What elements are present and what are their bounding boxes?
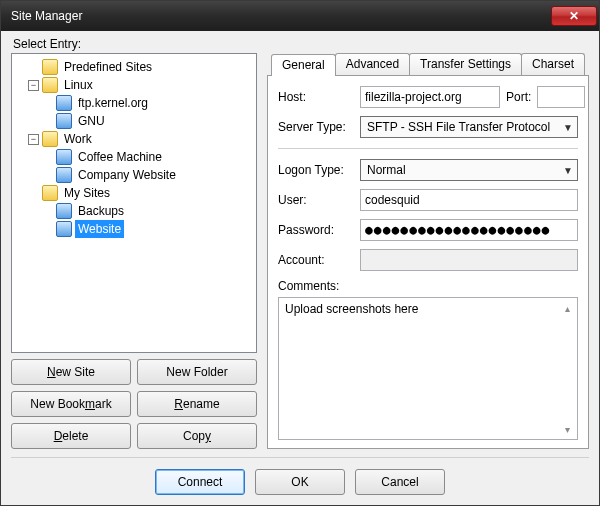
scroll-down-icon[interactable]: ▾: [559, 421, 575, 437]
left-column: Predefined Sites − Linux ftp.kernel.org …: [11, 53, 257, 449]
footer-buttons: Connect OK Cancel: [11, 457, 589, 497]
expander-placeholder: [42, 224, 53, 235]
tree-label: Linux: [61, 76, 96, 94]
account-input[interactable]: [360, 249, 578, 271]
password-label: Password:: [278, 223, 354, 237]
chevron-down-icon: ▼: [563, 165, 573, 176]
tree-site-kernel[interactable]: ftp.kernel.org: [14, 94, 256, 112]
cancel-button[interactable]: Cancel: [355, 469, 445, 495]
host-input[interactable]: [360, 86, 500, 108]
close-icon: ✕: [569, 9, 579, 23]
tabpanel-general: Host: Port: Server Type: SFTP - SSH File…: [267, 75, 589, 449]
account-label: Account:: [278, 253, 354, 267]
close-button[interactable]: ✕: [551, 6, 597, 26]
logon-type-value: Normal: [367, 163, 406, 177]
columns: Predefined Sites − Linux ftp.kernel.org …: [11, 53, 589, 449]
comments-textarea[interactable]: Upload screenshots here ▴ ▾: [278, 297, 578, 440]
tree-site-coffee[interactable]: Coffee Machine: [14, 148, 256, 166]
folder-icon: [42, 59, 58, 75]
tree-site-website[interactable]: Website: [14, 220, 256, 238]
titlebar[interactable]: Site Manager ✕: [1, 1, 599, 31]
tab-transfer-settings[interactable]: Transfer Settings: [409, 53, 522, 75]
tree-site-backups[interactable]: Backups: [14, 202, 256, 220]
port-input[interactable]: [537, 86, 585, 108]
ok-button[interactable]: OK: [255, 469, 345, 495]
folder-icon: [42, 185, 58, 201]
tree-label: GNU: [75, 112, 108, 130]
tree-label: Work: [61, 130, 95, 148]
tab-charset[interactable]: Charset: [521, 53, 585, 75]
tree-label: Predefined Sites: [61, 58, 155, 76]
row-comments: Comments: Upload screenshots here ▴ ▾: [278, 279, 578, 440]
expander-placeholder: [28, 62, 39, 73]
comments-value: Upload screenshots here: [285, 302, 418, 316]
tree-label: Backups: [75, 202, 127, 220]
rename-button[interactable]: Rename: [137, 391, 257, 417]
left-button-grid: New Site New Folder New Bookmark Rename …: [11, 359, 257, 449]
tree-folder-predefined[interactable]: Predefined Sites: [14, 58, 256, 76]
logon-type-select[interactable]: Normal ▼: [360, 159, 578, 181]
tree-site-gnu[interactable]: GNU: [14, 112, 256, 130]
tree-label-selected: Website: [75, 220, 124, 238]
server-type-value: SFTP - SSH File Transfer Protocol: [367, 120, 550, 134]
server-type-label: Server Type:: [278, 120, 354, 134]
tab-advanced[interactable]: Advanced: [335, 53, 410, 75]
site-manager-window: Site Manager ✕ Select Entry: Predefined …: [0, 0, 600, 506]
port-label: Port:: [506, 90, 531, 104]
chevron-down-icon: ▼: [563, 122, 573, 133]
site-tree[interactable]: Predefined Sites − Linux ftp.kernel.org …: [11, 53, 257, 353]
tree-folder-work[interactable]: − Work: [14, 130, 256, 148]
scroll-up-icon[interactable]: ▴: [559, 300, 575, 316]
tree-label: My Sites: [61, 184, 113, 202]
site-icon: [56, 149, 72, 165]
expander-placeholder: [42, 206, 53, 217]
row-account: Account:: [278, 249, 578, 271]
new-site-button[interactable]: New Site: [11, 359, 131, 385]
user-input[interactable]: [360, 189, 578, 211]
site-icon: [56, 95, 72, 111]
row-user: User:: [278, 189, 578, 211]
server-type-select[interactable]: SFTP - SSH File Transfer Protocol ▼: [360, 116, 578, 138]
copy-button[interactable]: Copy: [137, 423, 257, 449]
system-buttons: ✕: [551, 6, 597, 26]
dialog-body: Select Entry: Predefined Sites − Linux: [1, 31, 599, 505]
new-bookmark-button[interactable]: New Bookmark: [11, 391, 131, 417]
row-logon-type: Logon Type: Normal ▼: [278, 159, 578, 181]
row-server-type: Server Type: SFTP - SSH File Transfer Pr…: [278, 116, 578, 138]
tree-folder-linux[interactable]: − Linux: [14, 76, 256, 94]
site-icon: [56, 167, 72, 183]
collapse-icon[interactable]: −: [28, 134, 39, 145]
right-column: General Advanced Transfer Settings Chars…: [267, 53, 589, 449]
collapse-icon[interactable]: −: [28, 80, 39, 91]
site-icon: [56, 221, 72, 237]
host-label: Host:: [278, 90, 354, 104]
expander-placeholder: [28, 188, 39, 199]
comments-label: Comments:: [278, 279, 578, 293]
site-icon: [56, 113, 72, 129]
site-icon: [56, 203, 72, 219]
window-title: Site Manager: [11, 9, 82, 23]
tab-general[interactable]: General: [271, 54, 336, 76]
row-password: Password: ●●●●●●●●●●●●●●●●●●●●●: [278, 219, 578, 241]
logon-type-label: Logon Type:: [278, 163, 354, 177]
folder-icon: [42, 131, 58, 147]
row-host: Host: Port:: [278, 86, 578, 108]
tree-folder-mysites[interactable]: My Sites: [14, 184, 256, 202]
tree-label: Coffee Machine: [75, 148, 165, 166]
new-folder-button[interactable]: New Folder: [137, 359, 257, 385]
delete-button[interactable]: Delete: [11, 423, 131, 449]
tabs: General Advanced Transfer Settings Chars…: [267, 53, 589, 75]
tree-label: ftp.kernel.org: [75, 94, 151, 112]
user-label: User:: [278, 193, 354, 207]
tree-label: Company Website: [75, 166, 179, 184]
folder-icon: [42, 77, 58, 93]
connect-button[interactable]: Connect: [155, 469, 245, 495]
divider: [278, 148, 578, 149]
password-input[interactable]: ●●●●●●●●●●●●●●●●●●●●●: [360, 219, 578, 241]
tree-site-company[interactable]: Company Website: [14, 166, 256, 184]
select-entry-label: Select Entry:: [13, 37, 589, 51]
